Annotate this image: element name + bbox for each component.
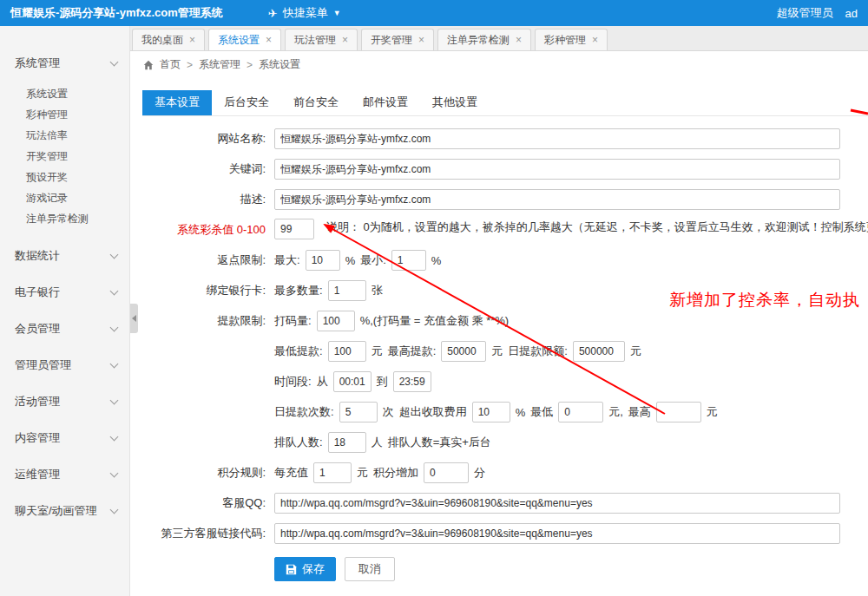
sidebar-item-draw-management[interactable]: 开奖管理 [0, 146, 129, 167]
yuan-unit: 元 [491, 344, 503, 359]
chevron-down-icon [110, 57, 119, 66]
fee-min-input[interactable] [558, 402, 603, 422]
cancel-button[interactable]: 取消 [345, 557, 395, 581]
tab-close-icon[interactable]: × [342, 34, 348, 46]
tab-my-desktop[interactable]: 我的桌面 × [132, 29, 205, 50]
service-qq-input[interactable] [274, 493, 840, 514]
breadcrumb-system-management[interactable]: 系统管理 [199, 57, 240, 72]
fee-input[interactable] [472, 402, 510, 422]
tab-close-icon[interactable]: × [418, 34, 424, 46]
description-label: 描述: [142, 188, 274, 211]
form-row: 最低提款: 元 最高提款: 元 日提款限额: 元 [142, 340, 868, 363]
sidebar-item-play-odds[interactable]: 玩法倍率 [0, 125, 129, 146]
bank-card-label: 绑定银行卡: [142, 279, 274, 302]
tab-play-management[interactable]: 玩法管理 × [285, 29, 358, 50]
tab-order-anomaly[interactable]: 注单异常检测 × [437, 29, 531, 50]
max-withdraw-input[interactable] [441, 341, 486, 362]
subtab-mail-settings[interactable]: 邮件设置 [351, 90, 420, 115]
sidebar-item-system-management[interactable]: 系统管理 [0, 45, 129, 82]
fee-max-input[interactable] [656, 402, 701, 422]
times-unit: 次 [383, 404, 394, 420]
time-to-input[interactable] [393, 371, 431, 392]
tab-close-icon[interactable]: × [266, 34, 272, 46]
settings-subtabs: 基本设置 后台安全 前台安全 邮件设置 其他设置 [142, 90, 868, 116]
sidebar-collapse-handle[interactable] [130, 304, 138, 333]
plane-icon: ✈ [268, 7, 278, 20]
basic-settings-form: 网站名称: 关键词: 描述: 系统彩杀值 0-100 说明： 0为随机，设置的越… [142, 128, 868, 581]
breadcrumb-home[interactable]: 首页 [160, 57, 181, 72]
fee-max-label: 最高 [628, 404, 651, 420]
percent-unit: % [345, 254, 356, 267]
turnover-label: 打码量: [274, 313, 312, 329]
sidebar-item-preset-draw[interactable]: 预设开奖 [0, 167, 129, 187]
breadcrumb-system-settings[interactable]: 系统设置 [259, 57, 300, 72]
form-row: 第三方客服链接代码: [142, 522, 868, 545]
sidebar-item-member-management[interactable]: 会员管理 [0, 311, 129, 347]
quick-menu-button[interactable]: ✈ 快捷菜单 ▼ [268, 5, 341, 21]
sidebar-item-content-management[interactable]: 内容管理 [0, 420, 129, 456]
breadcrumb-separator: > [187, 59, 193, 71]
tab-label: 注单异常检测 [447, 33, 510, 48]
sidebar-item-lottery-management[interactable]: 彩种管理 [0, 104, 129, 125]
tab-close-icon[interactable]: × [189, 34, 195, 46]
subtab-frontend-security[interactable]: 前台安全 [281, 90, 351, 115]
kill-rate-input[interactable] [274, 219, 314, 239]
recharge-input[interactable] [313, 462, 352, 483]
bank-card-count-input[interactable] [328, 280, 366, 301]
rebate-max-input[interactable] [306, 250, 340, 271]
keywords-input[interactable] [274, 159, 840, 180]
subtab-other-settings[interactable]: 其他设置 [420, 90, 490, 115]
sidebar-item-activity-management[interactable]: 活动管理 [0, 383, 129, 420]
tab-close-icon[interactable]: × [516, 34, 522, 46]
sidebar-section-label: 管理员管理 [15, 357, 71, 373]
save-icon [286, 564, 297, 575]
sidebar-item-order-anomaly-detection[interactable]: 注单异常检测 [0, 208, 129, 229]
form-row: 客服QQ: [142, 492, 868, 514]
window-tabstrip: 我的桌面 × 系统设置 × 玩法管理 × 开奖管理 × 注单异常检测 × 彩种管… [130, 26, 868, 51]
sidebar-item-system-settings[interactable]: 系统设置 [0, 83, 129, 104]
sidebar-item-chatroom-animation[interactable]: 聊天室/动画管理 [0, 493, 129, 529]
min-withdraw-input[interactable] [328, 341, 366, 362]
daily-times-input[interactable] [339, 402, 378, 422]
save-button[interactable]: 保存 [274, 557, 336, 581]
keywords-label: 关键词: [142, 158, 274, 180]
site-name-input[interactable] [274, 128, 840, 149]
chevron-down-icon [110, 286, 119, 295]
subtab-basic-settings[interactable]: 基本设置 [142, 90, 212, 115]
recharge-label: 每充值 [274, 465, 308, 481]
tab-close-icon[interactable]: × [592, 34, 598, 46]
tab-draw-management[interactable]: 开奖管理 × [361, 29, 434, 50]
bank-card-count-label: 最多数量: [274, 283, 323, 298]
sidebar-item-game-records[interactable]: 游戏记录 [0, 187, 129, 208]
sidebar-item-admin-management[interactable]: 管理员管理 [0, 347, 129, 383]
daily-limit-label: 日提款限额: [508, 344, 568, 359]
topbar: 恒耀娱乐-源码分享站-ymfxz.com管理系统 ✈ 快捷菜单 ▼ 超级管理员 … [0, 0, 868, 26]
subtab-backend-security[interactable]: 后台安全 [212, 90, 281, 115]
time-from-input[interactable] [333, 371, 372, 392]
tab-lottery-management[interactable]: 彩种管理 × [535, 29, 608, 50]
fee-min-label: 最低 [530, 404, 553, 420]
tab-system-settings[interactable]: 系统设置 × [208, 29, 281, 50]
points-gain-input[interactable] [424, 462, 469, 483]
time-to-label: 到 [377, 374, 388, 390]
sidebar-section-label: 运维管理 [15, 467, 60, 482]
queue-input[interactable] [328, 432, 366, 453]
user-name-menu[interactable]: ad [845, 7, 858, 20]
queue-label: 排队人数: [274, 435, 323, 450]
turnover-input[interactable] [317, 311, 355, 331]
time-from-label: 从 [317, 374, 328, 390]
form-row: 关键词: [142, 158, 868, 180]
rebate-label: 返点限制: [142, 249, 274, 272]
sidebar-item-e-bank[interactable]: 电子银行 [0, 274, 129, 311]
percent-unit: % [431, 254, 442, 267]
tab-label: 开奖管理 [371, 33, 412, 48]
sidebar-item-ops-management[interactable]: 运维管理 [0, 456, 129, 493]
sidebar-item-data-statistics[interactable]: 数据统计 [0, 238, 129, 274]
description-input[interactable] [274, 189, 840, 210]
daily-limit-input[interactable] [573, 341, 625, 362]
third-party-service-input[interactable] [274, 523, 840, 544]
sidebar-section-label: 系统管理 [15, 56, 60, 71]
time-range-label: 时间段: [274, 374, 312, 390]
rebate-min-input[interactable] [391, 250, 426, 271]
chevron-down-icon [110, 432, 119, 441]
